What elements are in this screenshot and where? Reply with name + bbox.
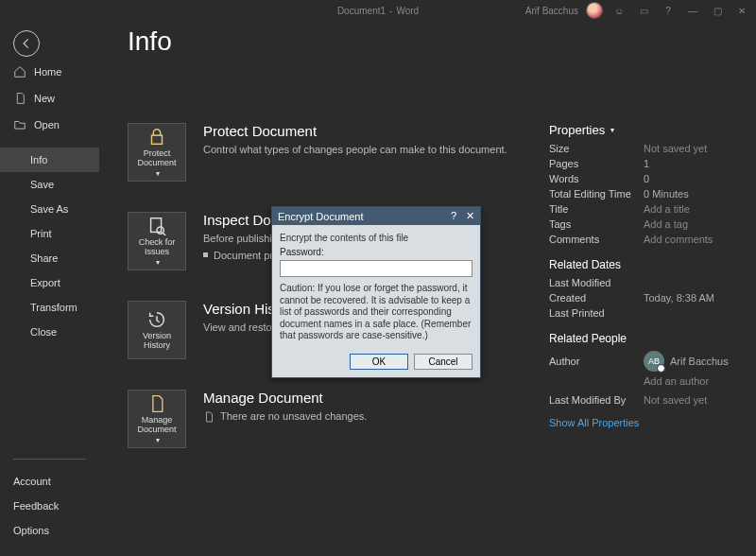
dialog-caution-text: Caution: If you lose or forget the passw… <box>280 283 472 342</box>
password-input[interactable] <box>280 260 472 277</box>
protect-document-button[interactable]: Protect Document▾ <box>128 123 186 182</box>
prop-title-value[interactable]: Add a title <box>644 203 747 215</box>
nav-export[interactable]: Export <box>0 270 99 295</box>
ok-button[interactable]: OK <box>350 354 408 370</box>
nav-saveas-label: Save As <box>30 203 68 215</box>
ribbon-display-icon[interactable]: ▭ <box>635 3 652 18</box>
section-manage: Manage Document▾ Manage Document There a… <box>128 390 532 448</box>
nav-options-label: Options <box>13 525 49 536</box>
manage-title: Manage Document <box>203 390 532 406</box>
nav-close-label: Close <box>30 326 57 338</box>
dialog-titlebar[interactable]: Encrypt Document ? ✕ <box>272 207 480 225</box>
nav-new-label: New <box>34 93 55 104</box>
backstage-sidebar: Home New Open Info Save Save As Print Sh… <box>0 59 99 556</box>
nav-info[interactable]: Info <box>0 148 99 172</box>
nav-print[interactable]: Print <box>0 221 99 246</box>
version-history-button[interactable]: Version History <box>128 301 186 359</box>
home-icon <box>13 65 26 78</box>
nav-save-label: Save <box>30 179 54 190</box>
titlebar-user-name[interactable]: Arif Bacchus <box>525 6 578 16</box>
nav-options[interactable]: Options <box>0 518 99 543</box>
back-button[interactable] <box>13 30 40 57</box>
svg-rect-0 <box>152 135 163 144</box>
nav-save[interactable]: Save <box>0 172 99 197</box>
help-icon[interactable]: ? <box>660 3 677 18</box>
dialog-title: Encrypt Document <box>278 211 363 222</box>
prop-time-key: Total Editing Time <box>549 188 644 200</box>
nav-open[interactable]: Open <box>0 112 99 138</box>
prop-tags-value[interactable]: Add a tag <box>644 218 747 230</box>
user-avatar-icon[interactable] <box>586 2 603 19</box>
prop-pages-key: Pages <box>549 158 644 169</box>
properties-header[interactable]: Properties▾ <box>549 123 747 137</box>
inspect-icon <box>146 216 167 236</box>
prop-author-key: Author <box>549 356 644 367</box>
close-window-button[interactable]: ✕ <box>733 3 750 18</box>
manage-text: There are no unsaved changes. <box>220 409 367 424</box>
chevron-down-icon: ▾ <box>156 259 160 268</box>
show-all-properties-link[interactable]: Show All Properties <box>549 417 747 428</box>
new-icon <box>13 92 26 105</box>
prop-lastmod-key: Last Modified <box>549 277 644 288</box>
nav-new[interactable]: New <box>0 85 99 112</box>
nav-print-label: Print <box>30 228 52 239</box>
lock-icon <box>146 127 167 148</box>
nav-account[interactable]: Account <box>0 469 99 494</box>
prop-comments-value[interactable]: Add comments <box>644 234 747 245</box>
nav-home[interactable]: Home <box>0 59 99 85</box>
app-titlebar: Document1 - Word Arif Bacchus ☺ ▭ ? — ▢ … <box>0 0 756 21</box>
dialog-help-button[interactable]: ? <box>451 210 456 222</box>
bullet-icon <box>203 252 208 257</box>
prop-title-key: Title <box>549 203 644 215</box>
unsaved-doc-icon <box>203 410 215 424</box>
related-dates-header: Related Dates <box>549 258 747 271</box>
nav-feedback[interactable]: Feedback <box>0 494 99 518</box>
inspect-tile-label: Check for Issues <box>130 238 183 257</box>
nav-save-as[interactable]: Save As <box>0 197 99 221</box>
prop-size-key: Size <box>549 143 644 154</box>
dialog-close-button[interactable]: ✕ <box>466 210 474 222</box>
minimize-button[interactable]: — <box>684 3 701 18</box>
dialog-heading: Encrypt the contents of this file <box>280 233 472 243</box>
sidebar-divider <box>13 459 86 460</box>
prop-lastby-value: Not saved yet <box>644 394 747 406</box>
check-for-issues-button[interactable]: Check for Issues▾ <box>128 212 186 270</box>
chevron-down-icon: ▾ <box>156 437 160 445</box>
nav-share[interactable]: Share <box>0 246 99 270</box>
nav-export-label: Export <box>30 277 60 288</box>
nav-share-label: Share <box>30 252 58 264</box>
password-label: Password: <box>280 247 472 257</box>
prop-created-value: Today, 8:38 AM <box>644 292 747 304</box>
manage-document-button[interactable]: Manage Document▾ <box>128 390 186 448</box>
prop-lastby-key: Last Modified By <box>549 394 644 406</box>
nav-info-label: Info <box>30 154 47 165</box>
nav-transform[interactable]: Transform <box>0 295 99 320</box>
prop-size-value: Not saved yet <box>644 143 747 154</box>
prop-tags-key: Tags <box>549 218 644 230</box>
svg-rect-1 <box>151 217 162 232</box>
prop-created-key: Created <box>549 292 644 304</box>
author-name: Arif Bacchus <box>670 356 729 367</box>
titlebar-separator: - <box>389 6 392 16</box>
prop-author-value[interactable]: AB Arif Bacchus <box>644 351 747 372</box>
nav-close[interactable]: Close <box>0 320 99 344</box>
prop-comments-key: Comments <box>549 234 644 245</box>
coming-soon-icon[interactable]: ☺ <box>610 3 627 18</box>
open-icon <box>13 118 26 131</box>
protect-text: Control what types of changes people can… <box>203 143 532 157</box>
history-icon <box>146 309 167 330</box>
nav-transform-label: Transform <box>30 302 77 313</box>
prop-words-key: Words <box>549 173 644 184</box>
prop-lastprint-value <box>644 307 747 319</box>
manage-tile-label: Manage Document <box>130 416 183 435</box>
chevron-down-icon: ▾ <box>156 170 160 179</box>
restore-button[interactable]: ▢ <box>709 3 726 18</box>
related-people-header: Related People <box>549 332 747 345</box>
add-author[interactable]: Add an author <box>644 375 747 387</box>
encrypt-document-dialog: Encrypt Document ? ✕ Encrypt the content… <box>271 206 481 378</box>
document-icon <box>146 393 167 414</box>
prop-lastmod-value <box>644 277 747 288</box>
chevron-down-icon: ▾ <box>610 126 614 134</box>
properties-panel: Properties▾ SizeNot saved yet Pages1 Wor… <box>549 123 747 556</box>
cancel-button[interactable]: Cancel <box>414 354 472 370</box>
